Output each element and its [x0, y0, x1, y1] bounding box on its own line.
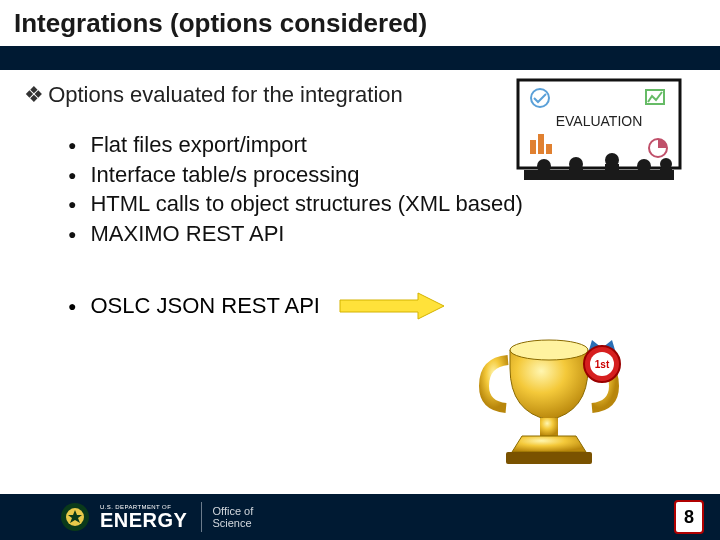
- lead-line: Options evaluated for the integration: [24, 82, 696, 108]
- list-item: Interface table/s processing: [68, 160, 696, 190]
- list-item: HTML calls to object structures (XML bas…: [68, 189, 696, 219]
- options-list: Flat files export/import Interface table…: [68, 130, 696, 249]
- arrow-icon: [338, 291, 448, 321]
- badge-text: 1st: [595, 359, 610, 370]
- agency-name: ENERGY: [100, 511, 187, 529]
- svg-rect-20: [506, 452, 592, 464]
- content: Options evaluated for the integration Fl…: [24, 82, 696, 321]
- slide-title: Integrations (options considered): [14, 8, 427, 39]
- slide: Integrations (options considered) EVALUA…: [0, 0, 720, 540]
- list-item: MAXIMO REST API: [68, 219, 696, 249]
- header-band: [0, 46, 720, 70]
- header: Integrations (options considered): [0, 0, 720, 70]
- office-block: Office of Science: [212, 505, 253, 529]
- winner-item: OSLC JSON REST API: [24, 293, 320, 319]
- trophy-icon: 1st: [474, 316, 624, 471]
- office-line2: Science: [212, 517, 253, 529]
- first-place-badge-icon: 1st: [584, 340, 620, 382]
- svg-rect-19: [540, 418, 558, 436]
- diamond-bullet-icon: [24, 82, 42, 108]
- list-item: Flat files export/import: [68, 130, 696, 160]
- svg-point-18: [510, 340, 588, 360]
- footer-divider: [201, 502, 202, 532]
- office-line1: Office of: [212, 505, 253, 517]
- lead-text: Options evaluated for the integration: [48, 82, 403, 107]
- doe-seal-icon: [60, 502, 90, 532]
- agency-block: U.S. DEPARTMENT OF ENERGY: [100, 505, 187, 528]
- page-number: 8: [674, 500, 704, 534]
- footer: U.S. DEPARTMENT OF ENERGY Office of Scie…: [0, 494, 720, 540]
